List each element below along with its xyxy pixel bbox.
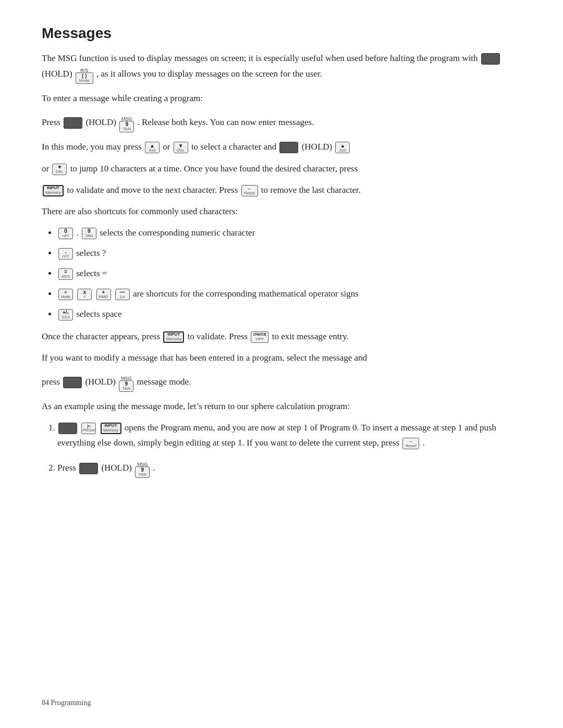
dark-key-6	[79, 463, 98, 474]
reciprocal-label: 1/x	[119, 295, 125, 300]
onoff-key-box: ON/CE OFF	[251, 331, 268, 343]
press-hold-paragraph: Press (HOLD) MSG 9 TAN . Release both ke…	[42, 114, 521, 132]
input-key: INPUT Memory	[43, 185, 64, 196]
exit-text: to exit message entry.	[272, 331, 349, 341]
plusminus-key: +/- SSX	[58, 309, 73, 320]
zero-key: 0 nPr	[58, 228, 73, 239]
plusminus-key-box: +/- SSX	[58, 309, 73, 320]
hold-text-4: (HOLD)	[85, 377, 118, 387]
dot-sep: .	[76, 228, 81, 238]
nor-label: nCr	[63, 254, 69, 259]
minus-key: — 1/x	[115, 289, 130, 300]
nine-key-box-2: 9 TAN	[82, 228, 96, 239]
mode-key-sub: Mode	[79, 79, 90, 83]
plus-key-box: + RMD	[96, 289, 111, 300]
modify-paragraph: If you want to modify a message that has…	[42, 351, 521, 365]
prgm-sub: PRGM	[82, 428, 95, 433]
shift-key-inline	[481, 53, 500, 65]
reset-label-2: Reset	[406, 444, 417, 449]
div-key-box: ÷ Math	[58, 289, 73, 300]
validate-text: to validate and move to the next charact…	[67, 185, 240, 195]
input-key-box-2: INPUT Memory	[163, 331, 184, 343]
press-text-1: Press	[42, 117, 63, 127]
shortcut-item-2: . nCr selects ?	[57, 246, 521, 261]
step1-text: opens the Program menu, and you are now …	[57, 423, 496, 448]
up-key: ▲ INS	[145, 142, 160, 153]
intro-text: The MSG function is used to display mess…	[42, 53, 478, 63]
hold-text-2: (HOLD)	[85, 117, 118, 127]
jump-text: to jump 10 characters at a time. Once yo…	[70, 164, 358, 174]
shortcuts-intro: There are also shortcuts for commonly us…	[42, 204, 521, 218]
ins-arrow: ▲	[340, 143, 346, 149]
msg-label-2: MSG	[121, 375, 132, 382]
press-hold-2-paragraph: press (HOLD) MSG 9 TAN message mode.	[42, 373, 521, 392]
mode-paragraph-2: or ▼ DEL to jump 10 characters at a time…	[42, 162, 521, 176]
npr-label: nPr	[63, 234, 69, 239]
prgm-label-key: )» PRGM	[81, 423, 96, 434]
numeric-text: selects the corresponding numeric charac…	[100, 228, 255, 238]
page-footer: 84 Programming	[42, 699, 91, 707]
step2-press: Press	[57, 463, 78, 473]
mode-or-1: or	[163, 142, 172, 152]
shortcuts-list: 0 nPr . 9 TAN selects the corresponding …	[57, 226, 521, 322]
nine-sub: TAN	[123, 127, 131, 132]
steps-list: )» PRGM INPUT Memory opens the Program m…	[57, 421, 521, 478]
down-key: ▼ DEL	[174, 142, 188, 153]
mode-text-2: to select a character and	[191, 142, 279, 152]
zero-key-box: 0 nPr	[58, 228, 73, 239]
shortcut-item-5: +/- SSX selects space	[57, 307, 521, 322]
msg-label-3: MSG	[137, 461, 148, 468]
dark-key-3	[279, 142, 298, 153]
shortcut-item-3: = ANS selects =	[57, 266, 521, 281]
space-text: selects space	[76, 309, 121, 319]
msg9-key-2: MSG 9 TAN	[119, 380, 133, 392]
dot-key: . nCr	[58, 248, 73, 260]
input-sub: Memory	[46, 191, 61, 195]
mode-paragraph-3: INPUT Memory to validate and move to the…	[42, 183, 521, 197]
prgm-key-box: )» PRGM	[81, 423, 96, 434]
input-key-2: INPUT Memory	[163, 331, 184, 343]
input-key-3: INPUT Memory	[101, 423, 121, 434]
down-arrow: ▼	[178, 143, 183, 149]
dark-key-2	[64, 117, 82, 129]
ins-key-box: ▲ INS	[335, 142, 350, 153]
ssx-label: SSX	[62, 315, 70, 320]
del-label: DEL	[177, 149, 185, 153]
backspace-key: ← Reset	[241, 185, 258, 196]
step2-end: .	[153, 463, 155, 473]
x-key: x √	[77, 289, 92, 300]
char-appears-paragraph: Once the character appears, press INPUT …	[42, 329, 521, 343]
mode-paragraph: In this mode, you may press ▲ INS or ▼ D…	[42, 140, 521, 154]
example-paragraph: As an example using the message mode, le…	[42, 399, 521, 413]
del-key: ▼ DEL	[52, 164, 67, 175]
enter-msg-paragraph: To enter a message while creating a prog…	[42, 91, 521, 105]
equals-text: selects =	[76, 268, 107, 278]
input-sub-2: Memory	[166, 337, 181, 342]
msg-label: MSG	[121, 115, 132, 122]
down-key-box: ▼ DEL	[174, 142, 188, 153]
up-arrow: ▲	[150, 143, 155, 149]
step2-hold: (HOLD)	[101, 463, 134, 473]
dot-key-box: . nCr	[58, 248, 73, 260]
div-key: ÷ Math	[58, 289, 73, 300]
del-key-box: ▼ DEL	[52, 164, 67, 175]
intro-paragraph: The MSG function is used to display mess…	[42, 51, 521, 84]
dark-key-5	[58, 423, 77, 434]
char-appears-text: Once the character appears, press	[42, 331, 162, 341]
step1-end: .	[423, 438, 425, 448]
press-text-2: press	[42, 377, 62, 387]
math-label: Math	[61, 295, 70, 300]
backspace-key-2: ← Reset	[402, 438, 419, 449]
x-key-box: x √	[77, 289, 92, 300]
page-title: Messages	[42, 25, 521, 42]
del-sub: DEL	[56, 170, 64, 175]
release-text: . Release both keys. You can now enter m…	[137, 117, 314, 127]
shift-key-2	[64, 117, 82, 129]
rs-label: R/S	[80, 67, 88, 74]
dark-key-box	[481, 53, 500, 65]
up-key-box: ▲ INS	[145, 142, 160, 153]
minus-key-box: — 1/x	[115, 289, 130, 300]
step-2: Press (HOLD) MSG 9 TAN .	[57, 459, 521, 478]
plus-key: + RMD	[96, 289, 111, 300]
off-label: OFF	[255, 337, 264, 342]
